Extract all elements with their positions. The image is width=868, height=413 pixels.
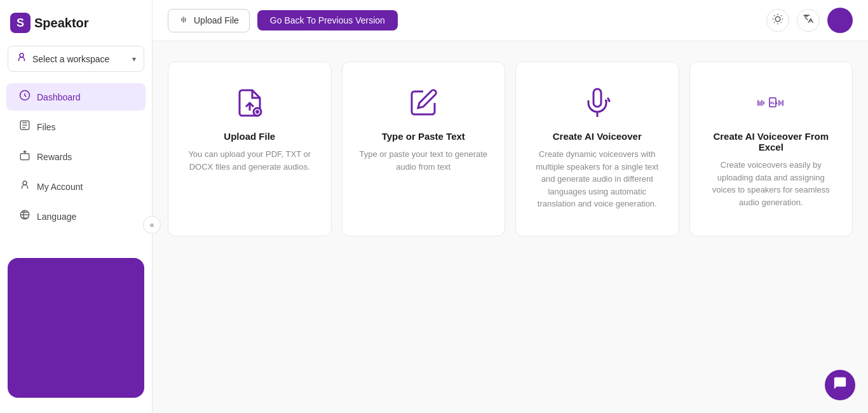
upload-file-button[interactable]: Upload File bbox=[168, 9, 250, 32]
dashboard-icon bbox=[19, 90, 31, 104]
main-content: Upload File You can upload your PDF, TXT… bbox=[153, 41, 868, 413]
ai-voiceover-card-desc: Create dynamic voiceovers with multiple … bbox=[531, 148, 663, 210]
header-actions bbox=[766, 8, 853, 33]
chat-icon bbox=[833, 376, 847, 394]
sidebar-item-my-account-label: My Account bbox=[37, 182, 83, 192]
sidebar-item-my-account[interactable]: My Account bbox=[6, 173, 146, 200]
ai-voiceover-card-icon bbox=[582, 88, 613, 118]
type-paste-card-title: Type or Paste Text bbox=[382, 131, 465, 142]
collapse-icon: « bbox=[150, 220, 154, 229]
translate-icon bbox=[803, 13, 814, 27]
files-icon bbox=[19, 119, 31, 134]
sidebar-item-files-label: Files bbox=[37, 122, 56, 132]
header: Upload File Go Back To Previous Version bbox=[153, 0, 868, 41]
type-paste-card-icon bbox=[408, 88, 438, 118]
sidebar-item-files[interactable]: Files bbox=[6, 113, 146, 140]
sidebar-item-rewards[interactable]: Rewards bbox=[6, 143, 146, 170]
svg-rect-3 bbox=[20, 154, 29, 160]
sun-icon bbox=[772, 13, 783, 27]
workspace-icon bbox=[16, 51, 27, 66]
type-paste-card[interactable]: Type or Paste Text Type or paste your te… bbox=[342, 62, 506, 236]
logo-box: S Speaktor bbox=[10, 13, 89, 33]
svg-point-0 bbox=[20, 53, 24, 57]
rewards-icon bbox=[19, 149, 31, 164]
sidebar-item-dashboard[interactable]: Dashboard bbox=[6, 83, 146, 111]
upload-button-label: Upload File bbox=[194, 15, 239, 25]
workspace-label: Select a workspace bbox=[32, 54, 127, 64]
workspace-selector[interactable]: Select a workspace ▾ bbox=[8, 46, 144, 72]
upload-file-card-desc: You can upload your PDF, TXT or DOCX fil… bbox=[184, 148, 316, 173]
ai-voiceover-excel-card-title: Create AI Voiceover From Excel bbox=[705, 131, 837, 152]
my-account-icon bbox=[19, 179, 31, 194]
go-back-button[interactable]: Go Back To Previous Version bbox=[257, 10, 398, 30]
user-avatar[interactable] bbox=[827, 8, 853, 33]
type-paste-card-desc: Type or paste your text to generate audi… bbox=[358, 148, 490, 173]
ai-voiceover-excel-card[interactable]: XLS Create AI Voiceover From Excel Creat… bbox=[689, 62, 853, 236]
ai-voiceover-card-title: Create AI Voiceover bbox=[553, 131, 642, 142]
audio-wave-icon bbox=[179, 15, 189, 27]
sidebar-item-language[interactable]: Language bbox=[6, 203, 146, 230]
ai-voiceover-excel-card-icon: XLS bbox=[756, 88, 786, 118]
logo-icon: S bbox=[10, 13, 31, 33]
cards-grid: Upload File You can upload your PDF, TXT… bbox=[168, 62, 853, 236]
sidebar-item-dashboard-label: Dashboard bbox=[37, 92, 81, 102]
svg-point-6 bbox=[775, 17, 780, 22]
upload-file-card-title: Upload File bbox=[224, 131, 275, 142]
translate-button[interactable] bbox=[797, 9, 820, 32]
svg-point-4 bbox=[23, 181, 27, 185]
sidebar-item-rewards-label: Rewards bbox=[37, 152, 72, 162]
ai-voiceover-card[interactable]: Create AI Voiceover Create dynamic voice… bbox=[515, 62, 679, 236]
sidebar: S Speaktor Select a workspace ▾ Dashboar… bbox=[0, 0, 153, 413]
sidebar-bottom bbox=[0, 250, 152, 405]
svg-text:XLS: XLS bbox=[770, 101, 778, 105]
upload-file-card[interactable]: Upload File You can upload your PDF, TXT… bbox=[168, 62, 332, 236]
chevron-down-icon: ▾ bbox=[132, 55, 136, 64]
ai-voiceover-excel-card-desc: Create voiceovers easily by uploading da… bbox=[705, 159, 837, 208]
theme-toggle-button[interactable] bbox=[766, 9, 789, 32]
sidebar-item-language-label: Language bbox=[37, 212, 76, 222]
chat-bubble-button[interactable] bbox=[825, 370, 855, 400]
language-icon bbox=[19, 209, 31, 224]
main-area: Upload File Go Back To Previous Version bbox=[153, 0, 868, 413]
logo-area: S Speaktor bbox=[0, 8, 152, 46]
upload-file-card-icon bbox=[234, 88, 265, 118]
logo-text: Speaktor bbox=[34, 16, 89, 30]
sidebar-collapse-button[interactable]: « bbox=[143, 216, 161, 234]
account-card bbox=[8, 258, 144, 398]
